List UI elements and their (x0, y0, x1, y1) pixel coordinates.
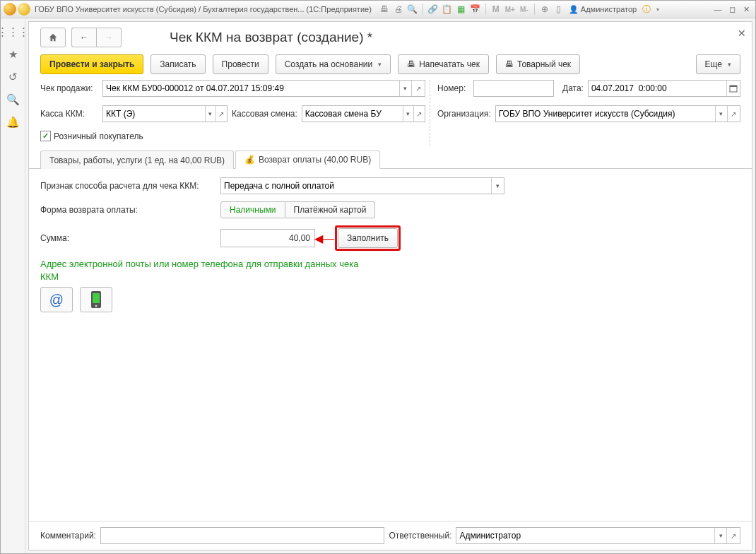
annotation-arrow-icon: ◀— (314, 232, 334, 245)
refund-card-option[interactable]: Платёжной картой (285, 201, 376, 218)
m-icon[interactable]: M (490, 4, 502, 15)
tab-goods[interactable]: Товары, работы, услуги (1 ед. на 40,00 R… (40, 151, 234, 169)
dropdown-icon[interactable]: ▾ (205, 106, 215, 122)
back-button[interactable]: ← (71, 28, 96, 47)
calc-icon[interactable]: ▦ (456, 4, 467, 15)
m-plus-icon[interactable]: M+ (504, 4, 516, 15)
dropdown-icon[interactable]: ▾ (403, 106, 413, 122)
home-button[interactable] (40, 28, 66, 47)
sidebar: ⋮⋮⋮ ★ ↺ 🔍 🔔 (1, 18, 25, 553)
close-window-button[interactable]: ✕ (740, 4, 752, 15)
forward-button[interactable]: → (96, 28, 122, 47)
responsible-input[interactable] (456, 529, 714, 543)
calc-method-label: Признак способа расчета для чека ККМ: (40, 181, 220, 191)
calc-method-input[interactable] (221, 179, 491, 193)
print2-icon[interactable]: 🖨 (393, 4, 404, 15)
sale-check-label: Чек продажи: (40, 83, 98, 93)
org-label: Организация: (437, 109, 491, 119)
write-button[interactable]: Записать (150, 54, 205, 74)
open-icon[interactable]: ↗ (413, 106, 425, 122)
dropdown-icon[interactable]: ▾ (491, 178, 504, 194)
footer: Комментарий: Ответственный: ▾ ↗ (29, 521, 752, 550)
comment-input[interactable] (101, 529, 384, 543)
checkbox-checked-icon: ✓ (40, 131, 51, 141)
phone-button[interactable] (80, 287, 112, 312)
maximize-button[interactable]: ◻ (726, 4, 738, 15)
shift-field[interactable]: ▾ ↗ (302, 105, 425, 122)
notifications-icon[interactable]: 🔔 (6, 116, 19, 129)
document-title: Чек ККМ на возврат (создание) * (170, 30, 372, 45)
more-button[interactable]: Еще▾ (696, 54, 740, 74)
dropdown-icon[interactable]: ▾ (399, 81, 411, 96)
open-icon[interactable]: ↗ (215, 106, 228, 122)
document-form: ✕ ← → Чек ККМ на возврат (создание) * Пр… (28, 21, 752, 550)
goods-check-button[interactable]: 🖶Товарный чек (496, 54, 580, 74)
sum-value: 40,00 (289, 233, 310, 243)
tab-refund[interactable]: 💰 Возврат оплаты (40,00 RUB) (235, 151, 380, 169)
link-icon[interactable]: 🔗 (427, 4, 439, 15)
sum-label: Сумма: (40, 233, 220, 243)
app-menu-icon[interactable] (18, 3, 30, 16)
date-label: Дата: (562, 83, 584, 93)
sale-check-field[interactable]: ▾ ↗ (102, 80, 425, 97)
open-icon[interactable]: ↗ (727, 106, 740, 122)
retail-customer-checkbox[interactable]: ✓ Розничный покупатель (40, 131, 143, 141)
create-based-on-button[interactable]: Создать на основании▾ (276, 54, 391, 74)
kkm-input[interactable] (103, 107, 205, 121)
responsible-field[interactable]: ▾ ↗ (456, 527, 740, 544)
app-logo-icon (4, 3, 16, 16)
calc-method-field[interactable]: ▾ (220, 177, 504, 194)
m-minus-icon[interactable]: M- (519, 4, 530, 15)
print-icon[interactable]: 🖶 (379, 4, 390, 15)
open-icon[interactable]: ↗ (726, 528, 740, 543)
preview-icon[interactable]: 🔍 (407, 4, 418, 15)
apps-icon[interactable]: ⋮⋮⋮ (6, 25, 19, 38)
dropdown-icon[interactable]: ▾ (715, 106, 727, 122)
search-icon[interactable]: 🔍 (6, 93, 19, 106)
phone-icon (90, 290, 102, 309)
open-icon[interactable]: ↗ (411, 81, 425, 96)
window-title: ГОБУ ВПО Университет искусств (Субсидия)… (35, 5, 372, 13)
email-button[interactable]: @ (40, 287, 73, 312)
sum-field[interactable]: 40,00 (220, 229, 315, 247)
history-icon[interactable]: ↺ (6, 71, 19, 83)
date-field[interactable] (588, 80, 740, 97)
post-and-close-button[interactable]: Провести и закрыть (40, 54, 143, 74)
close-document-button[interactable]: ✕ (738, 28, 746, 39)
user-indicator[interactable]: 👤 Администратор (569, 5, 637, 14)
copy-icon[interactable]: 📋 (442, 4, 453, 15)
comment-label: Комментарий: (40, 531, 96, 541)
user-icon: 👤 (569, 5, 579, 14)
dropdown-icon[interactable]: ▾ (714, 528, 726, 543)
email-icon: @ (49, 292, 64, 308)
calendar-picker-icon[interactable] (726, 81, 740, 96)
sale-check-input[interactable] (103, 81, 399, 95)
calendar-icon[interactable]: 📅 (470, 4, 481, 15)
printer-icon: 🖶 (505, 59, 514, 69)
refund-tab-body: Признак способа расчета для чека ККМ: ▾ … (29, 169, 752, 521)
info-dd-icon[interactable]: ▾ (652, 4, 663, 15)
info-icon[interactable]: ⓘ (641, 4, 652, 15)
comment-field[interactable] (100, 527, 385, 544)
shift-label: Кассовая смена: (232, 109, 297, 119)
kkm-field[interactable]: ▾ ↗ (102, 105, 228, 122)
panel-icon[interactable]: ▯ (553, 4, 565, 15)
fill-button[interactable]: Заполнить (338, 228, 398, 248)
shift-input[interactable] (302, 107, 403, 121)
tabs: Товары, работы, услуги (1 ед. на 40,00 R… (29, 150, 752, 169)
org-field[interactable]: ▾ ↗ (495, 105, 740, 122)
favorite-icon[interactable]: ★ (6, 48, 19, 61)
post-button[interactable]: Провести (213, 54, 268, 74)
responsible-label: Ответственный: (389, 531, 451, 541)
date-input[interactable] (589, 81, 727, 95)
minimize-button[interactable]: — (711, 4, 724, 15)
number-label: Номер: (437, 83, 469, 93)
number-input[interactable] (474, 81, 553, 95)
org-input[interactable] (496, 107, 715, 121)
svg-point-4 (95, 305, 98, 307)
retail-customer-label: Розничный покупатель (54, 131, 143, 141)
number-field[interactable] (473, 80, 554, 97)
print-check-button[interactable]: 🖶Напечатать чек (398, 54, 489, 74)
refund-cash-option[interactable]: Наличными (220, 201, 285, 218)
zoom-icon[interactable]: ⊕ (539, 4, 550, 15)
